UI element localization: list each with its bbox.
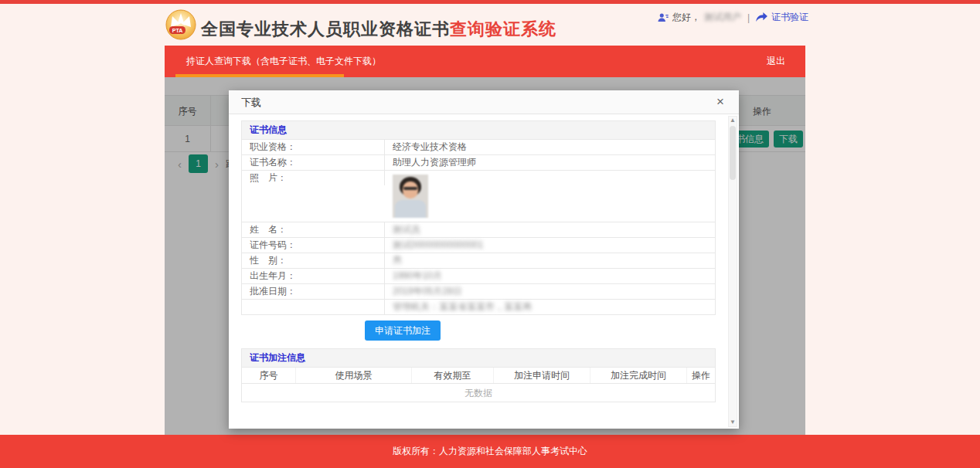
ann-col-action: 操作 xyxy=(687,368,715,383)
field-row-occupation: 职业资格： 经济专业技术资格 xyxy=(242,139,715,154)
user-area: 您好， 测试用户 | 证书验证 xyxy=(658,11,808,24)
user-name: 测试用户 xyxy=(704,11,741,24)
annotation-section-title: 证书加注信息 xyxy=(250,352,305,363)
top-accent-line xyxy=(0,0,980,4)
annotation-section: 证书加注信息 序号 使用场景 有效期至 加注申请时间 加注完成时间 操作 无数据 xyxy=(241,348,716,402)
field-value-masked: 男 xyxy=(385,253,715,268)
logout-button[interactable]: 退出 xyxy=(747,46,805,77)
cert-info-section-header: 证书信息 xyxy=(242,121,715,139)
modal-header: 下载 × xyxy=(229,90,739,114)
annotation-table-header: 序号 使用场景 有效期至 加注申请时间 加注完成时间 操作 xyxy=(242,367,715,383)
field-row-gender: 性 别： 男 xyxy=(242,253,715,268)
field-label: 职业资格： xyxy=(242,140,385,154)
field-value: 助理人力资源管理师 xyxy=(385,155,715,170)
divider: | xyxy=(747,12,750,23)
page-title-accent: 查询验证系统 xyxy=(450,19,556,39)
field-label: 姓 名： xyxy=(242,222,385,237)
field-value-masked: 测试00000000000001 xyxy=(385,238,715,253)
field-value: 经济专业技术资格 xyxy=(385,140,715,154)
modal-scrollbar[interactable]: ▲ ▼ xyxy=(728,116,737,427)
field-row-approve-date: 批准日期： 2019年05月28日 xyxy=(242,283,715,299)
field-row-birth: 出生年月： 1990年10月 xyxy=(242,268,715,283)
nav-bar: 持证人查询下载（含电子证书、电子文件下载） 退出 xyxy=(165,46,805,77)
pta-logo: PTA xyxy=(165,9,196,40)
field-label: 证书名称： xyxy=(242,155,385,170)
field-label: 批准日期： xyxy=(242,284,385,299)
annotation-section-header: 证书加注信息 xyxy=(242,349,715,367)
svg-text:PTA: PTA xyxy=(172,28,182,33)
scroll-down-icon[interactable]: ▼ xyxy=(729,419,737,426)
page-title-main: 全国专业技术人员职业资格证书 xyxy=(201,19,450,39)
field-label: 出生年月： xyxy=(242,269,385,283)
ann-col-finish-time: 加注完成时间 xyxy=(590,368,687,383)
scrollbar-thumb[interactable] xyxy=(730,126,736,180)
pta-logo-icon: PTA xyxy=(165,9,196,40)
field-value-masked: 1990年10月 xyxy=(385,269,715,283)
share-arrow-icon xyxy=(756,12,767,22)
cert-info-section-title: 证书信息 xyxy=(250,124,287,135)
modal-body: 证书信息 职业资格： 经济专业技术资格 证书名称： 助理人力资源管理师 照 片：… xyxy=(229,114,739,428)
certificate-photo xyxy=(393,175,428,218)
field-label xyxy=(242,300,385,314)
field-label: 性 别： xyxy=(242,253,385,268)
field-label: 证件号码： xyxy=(242,238,385,253)
tab-holder-query-download[interactable]: 持证人查询下载（含电子证书、电子文件下载） xyxy=(175,46,392,77)
field-row-name: 姓 名： 测试员 xyxy=(242,222,715,237)
field-row-cert-name: 证书名称： 助理人力资源管理师 xyxy=(242,154,715,170)
user-icon xyxy=(658,12,669,23)
field-value-masked: 管理机关：某某省某某市，某某局 xyxy=(385,300,715,314)
ann-col-apply-time: 加注申请时间 xyxy=(494,368,590,383)
greeting-text: 您好， xyxy=(672,11,700,24)
copyright-text: 版权所有：人力资源和社会保障部人事考试中心 xyxy=(393,446,587,456)
download-modal: 下载 × 证书信息 职业资格： 经济专业技术资格 证书名称： 助理人力资源管理师… xyxy=(229,90,739,429)
field-value-masked: 2019年05月28日 xyxy=(385,284,715,299)
modal-title: 下载 xyxy=(241,97,261,108)
close-icon[interactable]: × xyxy=(711,90,730,114)
field-row-photo: 照 片： xyxy=(242,170,715,222)
cert-info-section: 证书信息 职业资格： 经济专业技术资格 证书名称： 助理人力资源管理师 照 片：… xyxy=(241,120,716,315)
field-row-authority: 管理机关：某某省某某市，某某局 xyxy=(242,299,715,314)
footer: 版权所有：人力资源和社会保障部人事考试中心 xyxy=(0,435,980,468)
field-label: 照 片： xyxy=(242,171,385,185)
field-value-masked: 测试员 xyxy=(385,222,715,237)
scroll-up-icon[interactable]: ▲ xyxy=(729,117,737,124)
field-value xyxy=(385,171,715,222)
page-title: 全国专业技术人员职业资格证书查询验证系统 xyxy=(201,18,556,41)
ann-col-scene: 使用场景 xyxy=(296,368,412,383)
cert-verify-link[interactable]: 证书验证 xyxy=(771,11,808,24)
ann-col-index: 序号 xyxy=(242,368,296,383)
ann-col-valid-until: 有效期至 xyxy=(412,368,494,383)
field-row-id-number: 证件号码： 测试00000000000001 xyxy=(242,237,715,253)
apply-annotation-button[interactable]: 申请证书加注 xyxy=(365,320,441,341)
annotation-empty-text: 无数据 xyxy=(242,383,715,402)
